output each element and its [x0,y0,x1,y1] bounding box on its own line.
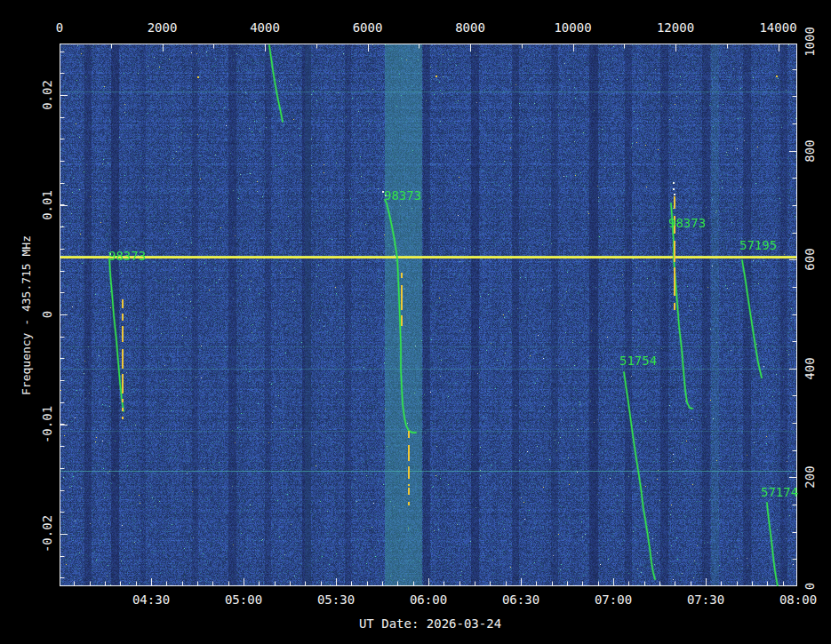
trace-label-51754: 51754 [619,354,657,367]
x-top-tick-label: 12000 [657,21,694,34]
y-right-tick-label: 1000 [803,27,816,57]
x-top-tick-label: 0 [56,21,63,34]
y-left-tick-label: -0.02 [41,515,53,553]
y-right-tick-label: 800 [803,139,816,162]
y-left-tick-label: 0.01 [41,190,53,220]
trace-label-98373: 98373 [668,217,706,229]
x-top-tick-label: 14000 [759,21,796,34]
x-top-tick-label: 10000 [554,21,591,34]
x-top-tick-label: 2000 [148,21,178,34]
x-bottom-tick-label: 05:30 [317,593,355,606]
y-right-tick-label: 0 [803,583,816,590]
x-bottom-tick-label: 04:30 [132,593,170,606]
y-right-tick-label: 600 [803,249,816,271]
x-bottom-tick-label: 07:30 [687,593,724,606]
x-top-tick-label: 4000 [250,21,280,34]
x-top-tick-label: 6000 [353,21,383,34]
trace-label-98373: 98373 [108,250,146,262]
trace-label-57195: 57195 [739,239,777,251]
x-bottom-tick-label: 06:00 [410,593,447,606]
y-right-tick-label: 200 [803,466,816,489]
ut-date-label: UT Date: 2026-03-24 [359,616,501,631]
x-top-tick-label: 8000 [455,21,485,34]
y-left-tick-label: 0 [41,311,53,318]
spectrogram-canvas [60,44,797,586]
y-axis-title: Frequency - 435.715 MHz [20,235,32,394]
y-right-tick-label: 400 [803,357,816,379]
x-bottom-tick-label: 08:00 [779,593,817,606]
doppler-spectrogram-figure: Frequency - 435.715 MHz UT Date: 2026-03… [0,0,831,644]
x-bottom-tick-label: 05:00 [225,593,262,606]
x-bottom-tick-label: 06:30 [502,593,539,606]
y-left-tick-label: -0.01 [41,405,53,442]
y-left-tick-label: 0.02 [41,80,53,110]
x-bottom-tick-label: 07:00 [595,593,632,606]
trace-label-98373: 98373 [384,189,421,202]
trace-label-57174: 57174 [761,486,798,498]
